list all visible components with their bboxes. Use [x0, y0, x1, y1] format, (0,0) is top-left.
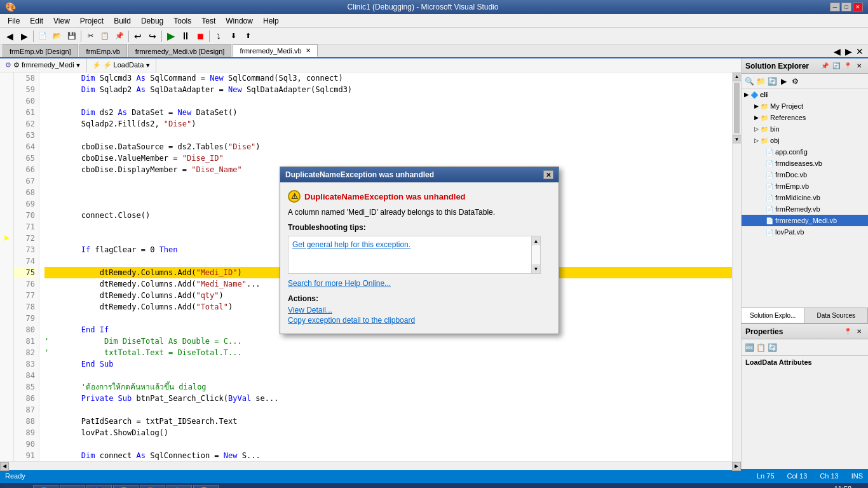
menu-build[interactable]: Build: [109, 15, 136, 27]
tb-back[interactable]: ◀: [3, 29, 17, 43]
tb-save[interactable]: 💾: [65, 29, 79, 43]
editor-horizontal-scrollbar[interactable]: ◀ ▶: [0, 461, 741, 470]
tb-stepover[interactable]: ⤵: [212, 29, 226, 43]
tb-stepinto[interactable]: ⬇: [226, 29, 240, 43]
h-scroll-right[interactable]: ▶: [732, 462, 741, 471]
tab-close-active[interactable]: ✕: [854, 46, 865, 57]
tree-cli[interactable]: ▶ 🔷 cli: [742, 89, 868, 100]
tab-frmremedy-design[interactable]: frmremedy_Medi.vb [Design]: [128, 44, 232, 57]
menu-project[interactable]: Project: [75, 15, 109, 27]
code-line-60: [44, 95, 732, 107]
tb-open[interactable]: 📂: [50, 29, 64, 43]
scroll-down-arrow[interactable]: ▼: [532, 264, 540, 273]
props-refresh-btn[interactable]: 🔄: [767, 342, 777, 353]
window-title: Clinic1 (Debugging) - Microsoft Visual S…: [16, 3, 830, 11]
taskbar-chrome[interactable]: 🔵: [86, 485, 112, 488]
tree-frmdoc[interactable]: 📄 frmDoc.vb: [742, 169, 868, 180]
view-detail-link[interactable]: View Detail...: [288, 306, 551, 315]
editor-vertical-scrollbar[interactable]: ▲ ▼: [732, 72, 741, 461]
tree-appconfig[interactable]: 📄 app.config: [742, 146, 868, 158]
start-button[interactable]: ⊞: [3, 484, 31, 488]
tree-references[interactable]: ▶ 📁 References: [742, 112, 868, 123]
breadcrumb: ⚙ ⚙ frmremedy_Medi ▼ ⚡ ⚡ LoadData ▼: [0, 58, 741, 72]
tree-frmremedy[interactable]: 📄 frmRemedy.vb: [742, 203, 868, 215]
solution-explorer: Solution Explorer 📌 🔄 📍 ✕ 🔍 📁 🔄 ▶ ⚙ ▶: [741, 58, 868, 323]
tree-frmmidicine[interactable]: 📄 frmMidicine.vb: [742, 192, 868, 203]
tips-scrollbar[interactable]: ▲ ▼: [531, 236, 540, 273]
taskbar-unknown3[interactable]: 🟠: [193, 485, 219, 488]
panel-pin-btn[interactable]: 📍: [843, 61, 853, 71]
line-87: 87: [14, 404, 35, 416]
method-dropdown-icon[interactable]: ▼: [145, 62, 151, 69]
tab-frmremedy-medi[interactable]: frmremedy_Medi.vb ✕: [233, 44, 317, 57]
more-help-link[interactable]: Search for more Help Online...: [288, 279, 391, 288]
taskbar-unknown2[interactable]: 🔷: [166, 485, 192, 488]
se-btn5[interactable]: ⚙: [790, 76, 800, 86]
props-close-btn[interactable]: ✕: [854, 327, 864, 337]
tab-frmemp-design[interactable]: frmEmp.vb [Design]: [3, 44, 78, 57]
taskbar-explorer[interactable]: 📁: [60, 485, 85, 488]
tab-scroll-left[interactable]: ◀: [831, 46, 843, 57]
tab-frmemp[interactable]: frmEmp.vb: [79, 44, 127, 57]
tree-frmremedy-medi[interactable]: 📄 frmremedy_Medi.vb: [742, 215, 868, 226]
tb-debug-start[interactable]: ▶: [164, 29, 178, 43]
minimize-button[interactable]: ─: [830, 3, 840, 11]
tb-cut[interactable]: ✂: [83, 29, 97, 43]
tb-undo[interactable]: ↩: [131, 29, 145, 43]
copy-exception-link[interactable]: Copy exception detail to the clipboard: [288, 316, 551, 325]
menu-window[interactable]: Window: [220, 15, 258, 27]
se-btn4[interactable]: ▶: [778, 76, 789, 86]
tree-bin[interactable]: ▷ 📁 bin: [742, 123, 868, 135]
tree-obj[interactable]: ▷ 📁 obj: [742, 135, 868, 146]
status-ln: Ln 75: [757, 472, 775, 480]
menu-file[interactable]: File: [3, 15, 25, 27]
breadcrumb-dropdown-icon[interactable]: ▼: [76, 62, 81, 69]
taskbar-unknown1[interactable]: 🔴: [140, 485, 165, 488]
tab-scroll-right[interactable]: ▶: [843, 46, 854, 57]
restore-button[interactable]: □: [841, 3, 851, 11]
taskbar-store[interactable]: 🟢: [113, 485, 139, 488]
tab-data-sources[interactable]: Data Sources: [805, 308, 869, 323]
tab-solution-explorer[interactable]: Solution Explo...: [742, 308, 805, 323]
tb-forward[interactable]: ▶: [17, 29, 31, 43]
menu-view[interactable]: View: [48, 15, 75, 27]
se-btn1[interactable]: 🔍: [744, 76, 754, 86]
breadcrumb-class-name: ⚙ frmremedy_Medi: [13, 61, 74, 69]
frmdoc-icon: 📄: [766, 172, 773, 179]
scroll-up-arrow[interactable]: ▲: [532, 236, 540, 245]
panel-refresh-btn[interactable]: 🔄: [831, 61, 841, 71]
menu-test[interactable]: Test: [196, 15, 220, 27]
tb-redo[interactable]: ↪: [146, 29, 159, 43]
panel-properties-btn[interactable]: 📌: [820, 61, 830, 71]
menu-tools[interactable]: Tools: [168, 15, 196, 27]
se-btn3[interactable]: 🔄: [767, 76, 777, 86]
props-category-btn[interactable]: 📋: [756, 342, 766, 353]
code-line-62: Sqladp2.Fill(ds2, "Dise"): [44, 118, 732, 130]
tb-debug-stop[interactable]: ⏹: [193, 29, 207, 43]
tab-close-icon[interactable]: ✕: [306, 47, 311, 54]
tb-copy[interactable]: 📋: [98, 29, 112, 43]
panel-close-btn[interactable]: ✕: [854, 61, 864, 71]
tb-debug-pause[interactable]: ⏸: [179, 29, 193, 43]
menu-edit[interactable]: Edit: [25, 15, 48, 27]
props-alphabetical-btn[interactable]: 🔤: [744, 342, 754, 353]
tip-link[interactable]: Get general help for this exception.: [292, 240, 410, 249]
line-91: 91: [14, 450, 35, 461]
windows-icon: ⊞: [12, 485, 22, 488]
tree-frmdiseases[interactable]: 📄 frmdiseases.vb: [742, 158, 868, 169]
tree-myproject[interactable]: ▶ 📁 My Project: [742, 100, 868, 112]
menu-debug[interactable]: Debug: [136, 15, 168, 27]
se-btn2[interactable]: 📁: [756, 76, 766, 86]
tb-paste[interactable]: 📌: [112, 29, 126, 43]
h-scroll-left[interactable]: ◀: [0, 462, 9, 471]
close-button[interactable]: ✕: [853, 3, 863, 11]
panel-bottom-tabs: Solution Explo... Data Sources: [742, 308, 868, 323]
menu-help[interactable]: Help: [258, 15, 284, 27]
tree-frmemp[interactable]: 📄 frmEmp.vb: [742, 180, 868, 192]
taskbar-ie[interactable]: 🌐: [33, 485, 58, 488]
props-pin-btn[interactable]: 📍: [843, 327, 853, 337]
dialog-close-button[interactable]: ✕: [543, 170, 553, 179]
tree-lovpat[interactable]: 📄 lovPat.vb: [742, 226, 868, 238]
tb-new[interactable]: 📄: [36, 29, 50, 43]
tb-stepout[interactable]: ⬆: [241, 29, 255, 43]
